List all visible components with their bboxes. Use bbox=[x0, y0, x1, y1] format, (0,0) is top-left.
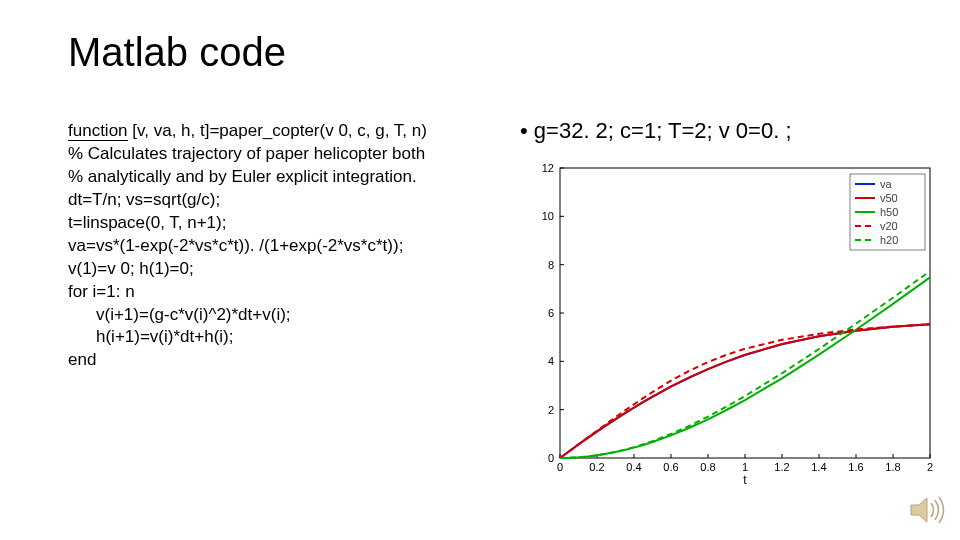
svg-text:0.4: 0.4 bbox=[626, 461, 641, 473]
svg-text:8: 8 bbox=[548, 259, 554, 271]
code-line: va=vs*(1-exp(-2*vs*c*t)). /(1+exp(-2*vs*… bbox=[68, 235, 488, 258]
svg-text:0.2: 0.2 bbox=[589, 461, 604, 473]
svg-text:0.8: 0.8 bbox=[700, 461, 715, 473]
code-line: function [v, va, h, t]=paper_copter(v 0,… bbox=[68, 120, 488, 143]
keyword-function: function bbox=[68, 121, 128, 141]
svg-text:4: 4 bbox=[548, 355, 554, 367]
code-line: dt=T/n; vs=sqrt(g/c); bbox=[68, 189, 488, 212]
svg-text:0: 0 bbox=[548, 452, 554, 464]
code-line: t=linspace(0, T, n+1); bbox=[68, 212, 488, 235]
svg-text:0.6: 0.6 bbox=[663, 461, 678, 473]
code-block: function [v, va, h, t]=paper_copter(v 0,… bbox=[68, 120, 488, 372]
code-line: % Calculates trajectory of paper helicop… bbox=[68, 143, 488, 166]
code-line: for i=1: n bbox=[68, 281, 488, 304]
code-line: v(1)=v 0; h(1)=0; bbox=[68, 258, 488, 281]
svg-text:6: 6 bbox=[548, 307, 554, 319]
svg-text:h20: h20 bbox=[880, 234, 898, 246]
svg-text:1.8: 1.8 bbox=[885, 461, 900, 473]
svg-text:1.2: 1.2 bbox=[774, 461, 789, 473]
svg-text:1.6: 1.6 bbox=[848, 461, 863, 473]
svg-text:12: 12 bbox=[542, 162, 554, 174]
code-signature: [v, va, h, t]=paper_copter(v 0, c, g, T,… bbox=[128, 121, 427, 140]
chart: 00.20.40.60.811.21.41.61.82 024681012 t … bbox=[520, 158, 940, 488]
speaker-icon bbox=[909, 495, 945, 525]
svg-text:v20: v20 bbox=[880, 220, 898, 232]
code-line: h(i+1)=v(i)*dt+h(i); bbox=[68, 326, 488, 349]
svg-text:h50: h50 bbox=[880, 206, 898, 218]
svg-text:v50: v50 bbox=[880, 192, 898, 204]
params-bullet: g=32. 2; c=1; T=2; v 0=0. ; bbox=[520, 118, 940, 144]
svg-text:2: 2 bbox=[927, 461, 933, 473]
code-line: % analytically and by Euler explicit int… bbox=[68, 166, 488, 189]
svg-text:2: 2 bbox=[548, 404, 554, 416]
right-column: g=32. 2; c=1; T=2; v 0=0. ; bbox=[520, 118, 940, 154]
x-axis-label: t bbox=[743, 473, 747, 487]
code-line: end bbox=[68, 349, 488, 372]
svg-text:va: va bbox=[880, 178, 893, 190]
svg-text:0: 0 bbox=[557, 461, 563, 473]
svg-marker-48 bbox=[911, 498, 927, 522]
svg-text:1: 1 bbox=[742, 461, 748, 473]
code-line: v(i+1)=(g-c*v(i)^2)*dt+v(i); bbox=[68, 304, 488, 327]
svg-text:1.4: 1.4 bbox=[811, 461, 826, 473]
svg-text:10: 10 bbox=[542, 210, 554, 222]
page-title: Matlab code bbox=[68, 30, 286, 75]
